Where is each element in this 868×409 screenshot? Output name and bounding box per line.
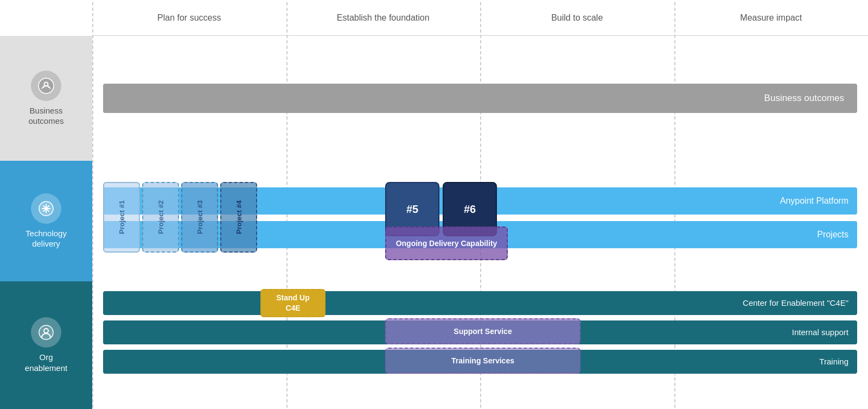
c4e-label: Center for Enablement "C4E" xyxy=(743,298,848,307)
ongoing-delivery-box: Ongoing Delivery Capability xyxy=(385,226,508,260)
sidebar-item-business: Business outcomes xyxy=(0,36,92,161)
sidebar-item-org: Org enablement xyxy=(0,281,92,409)
projects-label: Projects xyxy=(817,230,848,240)
business-outcomes-bar: Business outcomes xyxy=(103,84,857,113)
sidebar: Business outcomes Technology delivery xyxy=(0,0,92,409)
sidebar-org-label: Org enablement xyxy=(25,352,67,373)
phase-label-1: Plan for success xyxy=(157,13,221,22)
sidebar-technology-label: Technology delivery xyxy=(25,228,67,249)
support-service-box: Support Service xyxy=(385,318,580,344)
p6-label: #6 xyxy=(464,203,476,216)
row-technology: Anypoint Platform Projects Project #1 Pr… xyxy=(92,161,868,281)
phase-header: Plan for success Establish the foundatio… xyxy=(92,0,868,36)
business-icon xyxy=(31,71,61,101)
org-content: Center for Enablement "C4E" Internal sup… xyxy=(103,291,857,400)
phase-col-3: Build to scale xyxy=(480,13,674,23)
project-card-2: Project #2 xyxy=(142,182,179,253)
content-area: Plan for success Establish the foundatio… xyxy=(92,0,868,409)
anypoint-label: Anypoint Platform xyxy=(780,196,848,206)
training-service-label: Training Services xyxy=(451,356,514,365)
phase-label-2: Establish the foundation xyxy=(337,13,430,22)
support-service-label: Support Service xyxy=(454,327,512,336)
training-service-box: Training Services xyxy=(385,348,580,374)
rows-container: Business outcomes Anypoint Platform Proj… xyxy=(92,36,868,409)
sidebar-item-technology: Technology delivery xyxy=(0,161,92,281)
project-card-1: Project #1 xyxy=(103,182,140,253)
internal-support-label: Internal support xyxy=(792,328,848,337)
phase-col-1: Plan for success xyxy=(92,13,286,23)
business-outcomes-label: Business outcomes xyxy=(764,93,844,104)
p5-label: #5 xyxy=(406,203,418,216)
main-container: Business outcomes Technology delivery xyxy=(0,0,868,409)
phase-label-3: Build to scale xyxy=(551,13,603,22)
sidebar-business-label: Business outcomes xyxy=(28,105,63,127)
standup-c4e-box: Stand Up C4E xyxy=(260,289,326,317)
c4e-bar: Center for Enablement "C4E" xyxy=(103,291,857,315)
ongoing-delivery-label: Ongoing Delivery Capability xyxy=(396,239,497,248)
phase-col-4: Measure impact xyxy=(674,13,869,23)
training-label: Training xyxy=(819,357,848,366)
row-business: Business outcomes xyxy=(92,36,868,161)
projects-cards-group: Project #1 Project #2 Project #3 Project… xyxy=(103,182,257,253)
phase-col-2: Establish the foundation xyxy=(286,13,481,23)
org-icon xyxy=(31,317,61,348)
phase-label-4: Measure impact xyxy=(740,13,802,22)
row-org: Center for Enablement "C4E" Internal sup… xyxy=(92,281,868,409)
tech-content: Anypoint Platform Projects Project #1 Pr… xyxy=(103,172,857,270)
project-card-3: Project #3 xyxy=(181,182,218,253)
technology-icon xyxy=(31,193,61,224)
standup-label: Stand Up C4E xyxy=(276,293,309,312)
project-card-4: Project #4 xyxy=(220,182,257,253)
